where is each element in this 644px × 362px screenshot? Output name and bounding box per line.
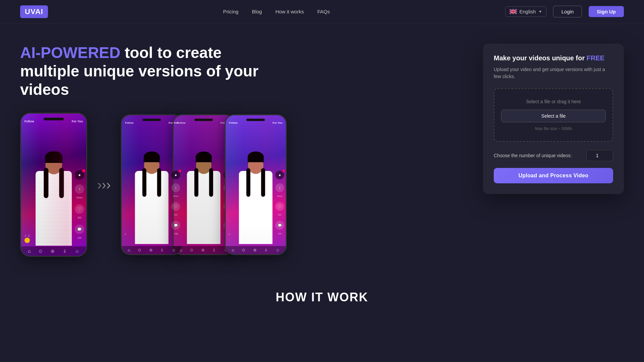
chevron-down-icon: ▼ (539, 10, 542, 13)
form-card-description: Upload your video and get unique version… (494, 66, 613, 80)
quantity-row: Choose the number of unique videos: (494, 150, 613, 161)
select-file-button[interactable]: Select a file (501, 110, 606, 122)
upload-process-button[interactable]: Upload and Process Video (494, 168, 613, 183)
logo[interactable]: UVAI (20, 5, 48, 18)
phone-screen-single: FollowFor You ● ↑ (21, 114, 86, 256)
phone-single: FollowFor You ● ↑ (20, 113, 87, 257)
hero-left: AI-POWERED tool to create multiple uniqu… (20, 44, 463, 257)
how-it-works-section: HOW IT WORK (0, 270, 644, 311)
nav-link-how-it-works[interactable]: How it works (275, 9, 304, 14)
nav-links: Pricing Blog How it works FAQs (223, 9, 330, 14)
how-it-works-title: HOW IT WORK (20, 290, 624, 304)
hero-title: AI-POWERED tool to create multiple uniqu… (20, 44, 282, 99)
phones-triple: FollowFor You ● ↑ Share (121, 114, 287, 255)
nav-link-faqs[interactable]: FAQs (317, 9, 330, 14)
hero-section: AI-POWERED tool to create multiple uniqu… (0, 23, 644, 270)
hero-right: Make your videos unique for FREE Upload … (483, 44, 624, 194)
quantity-label: Choose the number of unique videos: (494, 153, 572, 158)
login-button[interactable]: Login (553, 6, 582, 17)
quantity-input[interactable] (586, 150, 613, 161)
nav-link-blog[interactable]: Blog (252, 9, 262, 14)
signup-button[interactable]: Sign Up (589, 6, 624, 17)
max-file-size: Max file size ~ 50Mb (501, 126, 606, 131)
nav-right: English ▼ Login Sign Up (505, 6, 624, 17)
form-card-title: Make your videos unique for FREE (494, 54, 613, 62)
hero-title-highlight: AI-POWERED (20, 44, 120, 61)
upload-zone[interactable]: Select a file or drag it here Select a f… (494, 88, 613, 142)
phone-triple-3: FollowFor You ● ↑ Share (225, 114, 287, 255)
upload-zone-text: Select a file or drag it here (501, 99, 606, 104)
nav-link-pricing[interactable]: Pricing (223, 9, 238, 14)
language-selector[interactable]: English ▼ (505, 6, 546, 17)
navbar: UVAI Pricing Blog How it works FAQs Engl… (0, 0, 644, 23)
form-card: Make your videos unique for FREE Upload … (483, 44, 624, 194)
language-label: English (520, 9, 536, 14)
phone-mockups-area: FollowFor You ● ↑ (20, 113, 463, 257)
arrow-separator: › › › (94, 178, 114, 191)
